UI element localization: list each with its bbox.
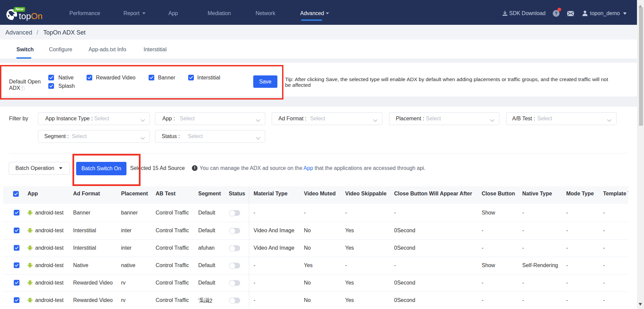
svg-text:2: 2 — [210, 298, 213, 303]
